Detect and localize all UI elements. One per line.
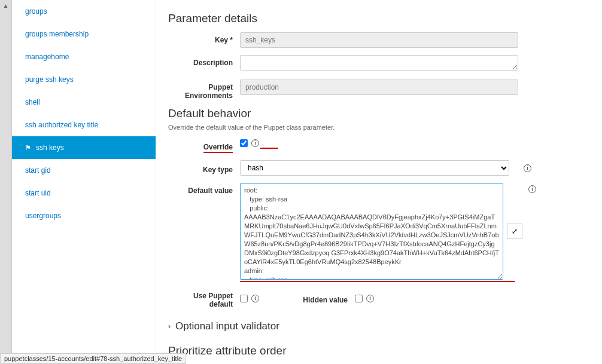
main-content: Parameter details Key * Description Pupp… [156,0,602,364]
info-icon[interactable]: i [251,139,259,147]
prioritize-heading: Prioritize attribute order [168,344,584,357]
red-underline-marker [240,281,515,282]
sidebar-item-purge-ssh-keys[interactable]: purge ssh keys [12,68,156,91]
sidebar-item-label: groups membership [25,30,89,38]
sidebar-item-label: managehome [25,53,69,61]
flag-icon: ⚑ [25,144,31,152]
expand-button[interactable]: ⤢ [507,224,522,239]
parameter-details-heading: Parameter details [168,12,584,25]
hidden-value-checkbox[interactable] [355,295,363,302]
sidebar-item-label: groups [25,7,47,16]
info-icon[interactable]: i [251,295,259,302]
use-puppet-default-label: Use Puppet default [168,288,240,308]
status-bar: puppetclasses/15-accounts/edit#78-ssh_au… [0,353,186,364]
sidebar-item-label: ssh keys [36,143,64,152]
sidebar-item-groups[interactable]: groups [12,0,156,23]
sidebar: groups groups membership managehome purg… [12,0,156,364]
collapsible-title: Optional input validator [175,320,279,332]
left-rail: ▲ [0,0,12,364]
default-value-textarea[interactable] [240,183,503,280]
sidebar-item-label: start uid [25,189,51,197]
sidebar-item-label: purge ssh keys [25,75,74,84]
override-label: Override [168,139,240,153]
sidebar-item-label: start gid [25,166,51,175]
info-icon[interactable]: i [524,164,531,172]
key-type-select[interactable]: hash [240,160,509,176]
default-behavior-subtext: Override the default value of the Puppet… [168,124,584,131]
sidebar-item-usergroups[interactable]: usergroups [12,204,156,227]
info-icon[interactable]: i [528,185,536,193]
key-type-label: Key type [168,162,240,174]
puppet-env-label: Puppet Environments [168,79,240,100]
chevron-right-icon: › [168,322,171,331]
default-value-label: Default value [168,183,240,195]
expand-icon: ⤢ [512,227,518,235]
sidebar-item-start-gid[interactable]: start gid [12,159,156,182]
key-input [240,32,518,48]
puppet-env-input [240,79,518,95]
hidden-value-label: Hidden value [295,292,355,304]
sidebar-item-ssh-authorized-key-title[interactable]: ssh authorized key title [12,114,156,136]
sidebar-item-shell[interactable]: shell [12,91,156,114]
key-label: Key * [168,32,240,44]
sidebar-item-label: ssh authorized key title [25,121,98,129]
optional-input-validator-toggle[interactable]: › Optional input validator [168,320,584,332]
info-icon[interactable]: i [366,295,374,302]
description-textarea[interactable] [240,55,518,71]
scroll-up-arrow[interactable]: ▲ [3,2,9,9]
use-puppet-default-checkbox[interactable] [240,295,248,302]
override-checkbox[interactable] [240,139,248,147]
sidebar-item-ssh-keys[interactable]: ⚑ ssh keys [12,136,156,159]
sidebar-item-managehome[interactable]: managehome [12,45,156,68]
sidebar-item-label: usergroups [25,212,61,220]
sidebar-item-start-uid[interactable]: start uid [12,182,156,204]
description-label: Description [168,55,240,67]
sidebar-item-groups-membership[interactable]: groups membership [12,23,156,45]
default-behavior-heading: Default behavior [168,107,584,120]
sidebar-item-label: shell [25,98,40,106]
